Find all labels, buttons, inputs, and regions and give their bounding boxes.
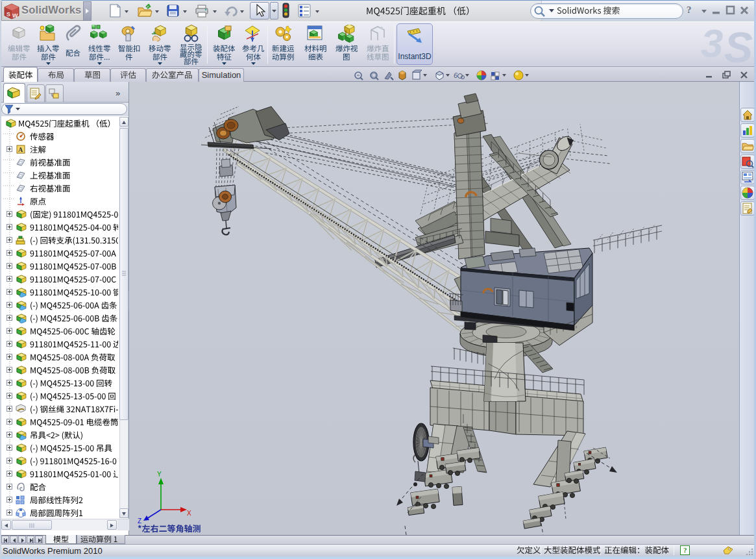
svg-text:S: S	[6, 11, 10, 18]
svg-text:X: X	[187, 510, 191, 517]
svg-text:»: »	[116, 88, 120, 97]
svg-text:6: 6	[454, 71, 458, 79]
svg-text:3: 3	[701, 21, 723, 66]
svg-text:W: W	[12, 12, 18, 19]
svg-text:A: A	[18, 146, 23, 153]
svg-text:Y: Y	[157, 471, 162, 478]
svg-text:S: S	[724, 23, 753, 66]
